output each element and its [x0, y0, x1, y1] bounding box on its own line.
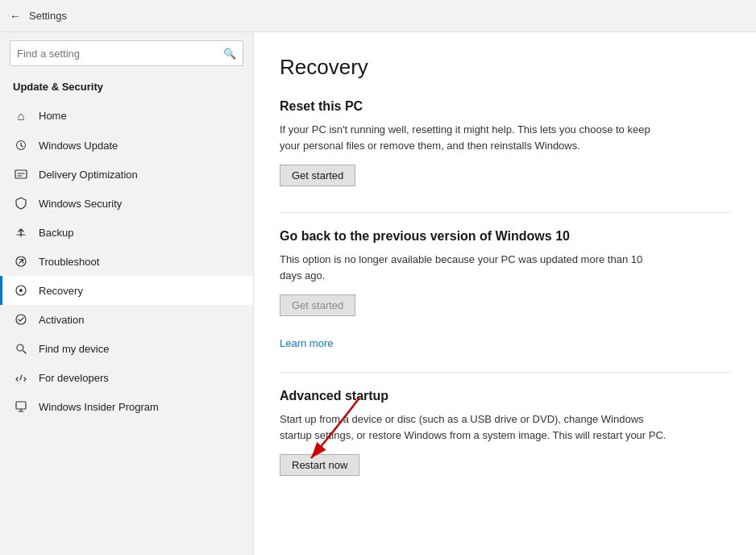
- sidebar-item-home[interactable]: ⌂ Home: [0, 101, 253, 131]
- reset-pc-description: If your PC isn't running well, resetting…: [280, 122, 667, 153]
- sidebar: 🔍 Update & Security ⌂ Home Windows Updat…: [0, 32, 254, 555]
- reset-pc-button[interactable]: Get started: [280, 165, 355, 186]
- advanced-startup-title: Advanced startup: [280, 389, 730, 403]
- sidebar-label-activation: Activation: [39, 314, 84, 326]
- sidebar-item-find-my-device[interactable]: Find my device: [0, 334, 253, 363]
- sidebar-label-recovery: Recovery: [39, 285, 83, 297]
- sidebar-item-windows-insider[interactable]: Windows Insider Program: [0, 392, 253, 421]
- svg-point-3: [19, 289, 23, 292]
- sidebar-item-activation[interactable]: Activation: [0, 305, 253, 334]
- find-device-icon: [13, 342, 29, 355]
- title-bar-title: Settings: [29, 10, 67, 22]
- svg-rect-0: [15, 170, 27, 178]
- sidebar-label-windows-update: Windows Update: [39, 140, 118, 152]
- go-back-button[interactable]: Get started: [280, 294, 355, 316]
- sidebar-item-windows-security[interactable]: Windows Security: [0, 189, 253, 218]
- go-back-description: This option is no longer available becau…: [280, 252, 667, 283]
- sidebar-label-home: Home: [39, 110, 67, 122]
- sidebar-item-windows-update[interactable]: Windows Update: [0, 131, 253, 160]
- section-go-back: Go back to the previous version of Windo…: [280, 229, 730, 365]
- security-icon: [13, 197, 29, 210]
- sidebar-label-find-device: Find my device: [39, 343, 109, 355]
- back-button[interactable]: ←: [10, 10, 21, 23]
- home-icon: ⌂: [13, 109, 29, 123]
- svg-point-5: [17, 344, 23, 351]
- section-reset-pc: Reset this PC If your PC isn't running w…: [280, 99, 730, 206]
- sidebar-item-troubleshoot[interactable]: Troubleshoot: [0, 247, 253, 276]
- sidebar-item-delivery-optimization[interactable]: Delivery Optimization: [0, 160, 253, 189]
- search-box[interactable]: 🔍: [10, 40, 243, 66]
- search-input[interactable]: [17, 48, 223, 60]
- recovery-icon: [13, 284, 29, 297]
- sidebar-label-insider: Windows Insider Program: [39, 401, 159, 413]
- go-back-title: Go back to the previous version of Windo…: [280, 229, 730, 244]
- search-icon: 🔍: [223, 48, 236, 60]
- svg-rect-6: [16, 402, 26, 409]
- sidebar-label-security: Windows Security: [39, 198, 122, 210]
- page-title: Recovery: [280, 55, 730, 80]
- sidebar-label-developers: For developers: [39, 372, 109, 384]
- reset-pc-title: Reset this PC: [280, 99, 730, 114]
- delivery-icon: [13, 168, 29, 181]
- windows-update-icon: [13, 139, 29, 152]
- backup-icon: [13, 226, 29, 239]
- content-area: Recovery Reset this PC If your PC isn't …: [254, 32, 756, 555]
- sidebar-label-delivery: Delivery Optimization: [39, 169, 138, 181]
- sidebar-item-for-developers[interactable]: For developers: [0, 363, 253, 392]
- main-layout: 🔍 Update & Security ⌂ Home Windows Updat…: [0, 32, 756, 555]
- sidebar-label-backup: Backup: [39, 227, 73, 239]
- sidebar-item-recovery[interactable]: Recovery: [0, 276, 253, 305]
- title-bar: ← Settings: [0, 0, 756, 32]
- divider-2: [280, 372, 730, 373]
- sidebar-item-backup[interactable]: Backup: [0, 218, 253, 247]
- svg-point-4: [16, 315, 26, 324]
- activation-icon: [13, 313, 29, 326]
- restart-now-button[interactable]: Restart now: [280, 454, 359, 476]
- troubleshoot-icon: [13, 255, 29, 268]
- insider-icon: [13, 400, 29, 413]
- developer-icon: [13, 371, 29, 384]
- sidebar-label-troubleshoot: Troubleshoot: [39, 256, 99, 268]
- divider-1: [280, 212, 730, 213]
- advanced-startup-description: Start up from a device or disc (such as …: [280, 411, 667, 443]
- sidebar-section-title: Update & Security: [0, 77, 253, 101]
- section-advanced-startup: Advanced startup Start up from a device …: [280, 389, 730, 495]
- learn-more-link[interactable]: Learn more: [280, 337, 333, 349]
- restart-button-container: Restart now: [280, 454, 359, 495]
